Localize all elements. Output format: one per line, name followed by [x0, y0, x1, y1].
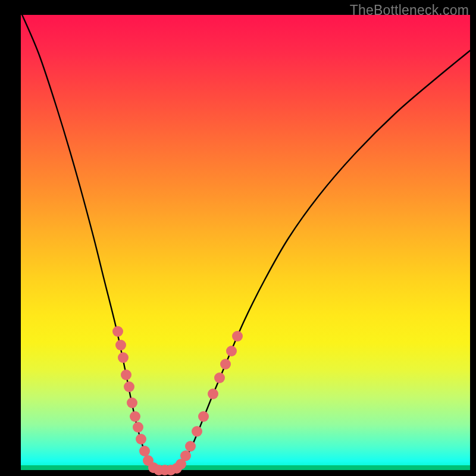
scatter-dot — [121, 369, 131, 380]
scatter-dot — [180, 450, 191, 461]
curve-layer — [21, 15, 470, 470]
scatter-dot — [198, 411, 209, 422]
scatter-dot — [214, 372, 225, 383]
scatter-dot — [220, 359, 231, 369]
scatter-dot — [133, 422, 143, 433]
scatter-points — [112, 326, 243, 475]
plot-area — [21, 15, 470, 470]
scatter-dot — [185, 441, 196, 452]
scatter-dot — [124, 381, 134, 392]
scatter-dot — [208, 389, 218, 399]
scatter-dot — [118, 352, 129, 363]
scatter-dot — [139, 446, 150, 456]
scatter-dot — [127, 397, 137, 408]
scatter-dot — [136, 434, 146, 444]
scatter-dot — [130, 411, 140, 422]
scatter-dot — [192, 426, 202, 437]
scatter-dot — [115, 340, 126, 350]
scatter-dot — [232, 331, 243, 342]
chart-frame: TheBottleneck.com — [0, 0, 476, 476]
scatter-dot — [226, 346, 237, 356]
bottleneck-curve — [21, 12, 470, 471]
scatter-dot — [112, 326, 123, 337]
